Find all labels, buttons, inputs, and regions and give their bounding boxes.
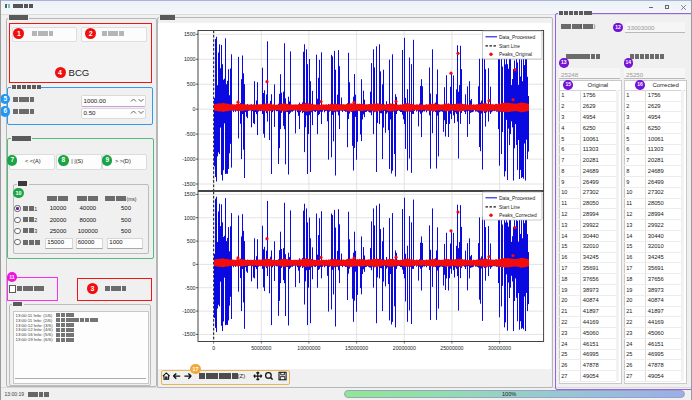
svg-text:30000000: 30000000 [488,345,511,351]
svg-text:-500: -500 [185,131,195,137]
svg-text:5000000: 5000000 [251,345,271,351]
svg-text:Start Line: Start Line [499,44,520,49]
svg-text:500: 500 [187,81,196,87]
svg-text:-1000: -1000 [182,308,195,314]
svg-text:0: 0 [193,106,196,112]
svg-text:-500: -500 [185,285,195,291]
svg-text:500: 500 [187,238,196,244]
svg-text:1500: 1500 [184,191,196,197]
svg-text:1000: 1000 [184,56,196,62]
svg-text:Data_Processed: Data_Processed [499,196,535,201]
svg-text:15000000: 15000000 [345,345,368,351]
svg-text:Peaks_Original: Peaks_Original [499,52,532,57]
svg-text:-1500: -1500 [182,331,195,337]
svg-text:20000000: 20000000 [393,345,416,351]
svg-text:Peaks_Corrected: Peaks_Corrected [499,213,537,218]
svg-text:-1500: -1500 [182,181,195,187]
svg-text:0: 0 [212,345,215,351]
svg-text:10000000: 10000000 [297,345,320,351]
svg-text:1000: 1000 [184,215,196,221]
svg-text:Start Line: Start Line [499,205,520,210]
svg-text:Data_Processed: Data_Processed [499,35,535,40]
svg-text:1500: 1500 [184,31,196,37]
svg-text:25000000: 25000000 [440,345,463,351]
svg-text:0: 0 [193,261,196,267]
svg-text:-1000: -1000 [182,156,195,162]
